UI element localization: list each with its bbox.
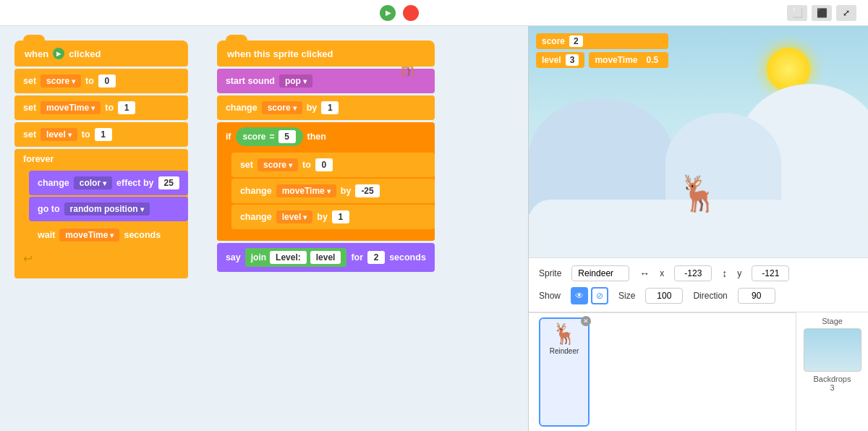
sprite-thumb-reindeer[interactable]: ✕ 🦌 Reindeer: [539, 317, 590, 427]
direction-input[interactable]: [738, 288, 775, 304]
top-bar-center: [380, 5, 419, 21]
color-dropdown[interactable]: color: [74, 176, 112, 189]
score-display: score 2 level 3 moveTime 0.5: [536, 33, 668, 68]
to-label-1: to: [85, 76, 94, 86]
code-area: when ▶ clicked set score to 0 set moveTi…: [0, 26, 528, 431]
set-label-3: set: [23, 129, 36, 140]
set-movetime-block[interactable]: set moveTime to 1: [14, 95, 188, 120]
if-header: if score = 5 then: [217, 122, 435, 151]
movetime-dropdown-2[interactable]: moveTime: [276, 184, 336, 197]
score-condition-value[interactable]: 5: [278, 130, 296, 143]
if-inner: set score to 0 change moveTime by -25: [231, 151, 435, 231]
set-label-2: set: [23, 103, 36, 113]
join-part2[interactable]: level: [310, 251, 341, 264]
level-value-input[interactable]: 1: [95, 128, 112, 141]
set-score-block[interactable]: set score to 0: [14, 69, 188, 93]
stop-button[interactable]: [403, 5, 419, 21]
stage-thumbnail[interactable]: [804, 328, 861, 372]
to-label-2: to: [105, 103, 114, 113]
stage-panel: Stage Backdrops 3: [796, 312, 868, 431]
view-icon-3[interactable]: ⤢: [836, 5, 856, 21]
x-label: x: [660, 268, 664, 278]
sprites-stage-panel: ✕ 🦌 Reindeer Stage Backdrops 3: [529, 312, 868, 431]
movetime-change-value[interactable]: -25: [355, 184, 379, 197]
goto-block[interactable]: go to random position: [29, 197, 188, 221]
change-score-block[interactable]: change score by 1: [217, 95, 435, 120]
x-input[interactable]: [674, 265, 712, 281]
level-badge-value: 3: [566, 54, 579, 66]
change-level-inner[interactable]: change level by 1: [231, 205, 435, 229]
sound-dropdown[interactable]: pop: [279, 74, 312, 88]
score-value-input[interactable]: 0: [98, 74, 116, 88]
y-input[interactable]: [752, 265, 789, 281]
hat-block-sprite[interactable]: when this sprite clicked: [217, 40, 435, 67]
sprite-emoji: 🦌: [543, 322, 585, 346]
show-hidden-btn[interactable]: ⊘: [591, 287, 608, 304]
movetime-value-input[interactable]: 1: [118, 101, 135, 114]
show-visible-btn[interactable]: 👁: [571, 287, 588, 304]
forever-block[interactable]: forever change color effect by 25 go to …: [14, 149, 188, 278]
score-dropdown-3[interactable]: score: [258, 158, 298, 171]
direction-label: Direction: [693, 291, 727, 301]
level-badge-label: level: [542, 55, 561, 65]
sprite-info-row1: Sprite ↔ x ↕ y: [539, 265, 858, 281]
movetime-badge-value: 0.5: [642, 54, 663, 66]
score-badge-label: score: [542, 36, 565, 46]
show-label: Show: [539, 291, 561, 301]
snow-hill-left: [529, 98, 673, 214]
color-effect-value[interactable]: 25: [158, 176, 179, 189]
size-label: Size: [618, 291, 635, 301]
y-arrow-icon: ↕: [722, 268, 727, 279]
stage-panel-label: Stage: [822, 317, 843, 325]
position-dropdown[interactable]: random position: [64, 202, 150, 216]
view-icon-2[interactable]: ⬛: [812, 5, 832, 21]
level-dropdown-2[interactable]: level: [276, 210, 313, 223]
to-label-3: to: [82, 129, 90, 140]
sprite-thumb-name: Reindeer: [543, 347, 585, 355]
if-block[interactable]: if score = 5 then set score to 0: [217, 122, 435, 241]
set-score-inner[interactable]: set score to 0: [231, 153, 435, 177]
score-inner-value[interactable]: 0: [315, 158, 333, 171]
level-dropdown-1[interactable]: level: [41, 128, 77, 141]
when-label: when: [25, 48, 48, 59]
say-secs-value[interactable]: 2: [367, 251, 385, 264]
view-icon-1[interactable]: ⬜: [787, 5, 807, 21]
score-dropdown-1[interactable]: score: [41, 74, 81, 88]
movetime-dropdown-1[interactable]: moveTime: [41, 101, 101, 114]
movetime-wait-dropdown[interactable]: moveTime: [59, 229, 119, 242]
backdrops-count: 3: [830, 383, 834, 392]
join-block[interactable]: join Level: level: [245, 248, 347, 267]
score-change-value[interactable]: 1: [321, 101, 339, 114]
top-bar: ⬜ ⬛ ⤢: [0, 0, 868, 26]
change-movetime-inner[interactable]: change moveTime by -25: [231, 179, 435, 203]
main-area: when ▶ clicked set score to 0 set moveTi…: [0, 26, 868, 431]
sprite-info-row2: Show 👁 ⊘ Size Direction: [539, 287, 858, 304]
if-footer: [217, 231, 435, 241]
size-input[interactable]: [645, 288, 683, 304]
green-flag-button[interactable]: [380, 5, 396, 21]
loop-arrow: ↩: [14, 249, 188, 268]
movetime-badge-label: moveTime: [595, 55, 637, 65]
score-dropdown-2[interactable]: score: [262, 101, 302, 114]
backdrops-label: Backdrops: [814, 375, 851, 383]
if-condition[interactable]: score = 5: [236, 127, 303, 146]
y-label: y: [737, 268, 741, 278]
forever-header: forever: [14, 149, 188, 169]
hat-block-green-flag[interactable]: when ▶ clicked: [14, 40, 188, 67]
x-arrow-icon: ↔: [639, 268, 650, 279]
flag-icon: ▶: [53, 48, 64, 59]
stage-area: 🦌 score 2 level 3 moveTime 0.5: [528, 26, 868, 431]
say-join-block[interactable]: say join Level: level for 2 seconds: [217, 243, 435, 272]
level-badge: level 3: [536, 52, 584, 68]
set-level-block[interactable]: set level to 1: [14, 122, 188, 147]
level-change-value[interactable]: 1: [332, 210, 349, 223]
movetime-badge: moveTime 0.5: [589, 52, 668, 68]
forever-footer: [14, 268, 188, 278]
change-color-block[interactable]: change color effect by 25: [29, 171, 188, 195]
wait-block[interactable]: wait moveTime seconds: [29, 223, 188, 247]
sprite-info-panel: Sprite ↔ x ↕ y Show 👁 ⊘ Size Direction: [529, 257, 868, 312]
sprite-name-input[interactable]: [571, 265, 629, 281]
right-block-stack: 🦌 when this sprite clicked start sound p…: [217, 40, 435, 417]
sprite-close-btn[interactable]: ✕: [581, 316, 591, 326]
join-part1[interactable]: Level:: [270, 251, 307, 264]
